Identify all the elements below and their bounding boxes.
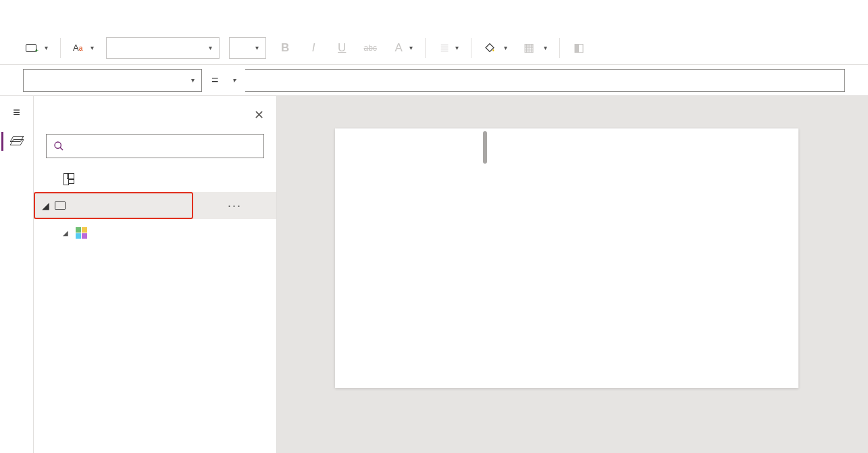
font-color-button[interactable]: A▾ — [389, 39, 415, 57]
border-icon: ▦ — [522, 41, 536, 55]
search-input[interactable] — [46, 134, 264, 158]
order-list — [335, 128, 485, 388]
separator — [559, 38, 560, 58]
font-name-select[interactable]: ▾ — [106, 37, 220, 59]
hamburger-icon[interactable]: ≡ — [13, 105, 20, 120]
layers-icon — [11, 136, 24, 147]
tree-node-screen[interactable]: ◢ ··· — [34, 192, 276, 219]
search-field[interactable] — [70, 141, 257, 151]
tree-node-app[interactable] — [34, 165, 276, 192]
chevron-down-icon: ▾ — [45, 44, 48, 51]
fill-icon — [484, 41, 496, 55]
close-icon[interactable]: ✕ — [254, 108, 264, 122]
underline-icon: U — [335, 41, 349, 55]
theme-icon: Aa — [73, 43, 82, 53]
chevron-down-icon: ▾ — [191, 76, 195, 84]
more-options-button[interactable]: ··· — [193, 192, 276, 219]
separator — [60, 38, 61, 58]
top-menu — [0, 0, 868, 31]
left-rail: ≡ — [0, 96, 34, 453]
strike-button[interactable]: abc — [361, 41, 380, 55]
chevron-down-icon: ▾ — [255, 44, 259, 51]
chevron-down-icon: ▾ — [504, 44, 507, 51]
svg-point-0 — [55, 142, 61, 148]
app-icon — [63, 173, 74, 184]
tree-view-rail-button[interactable] — [1, 132, 32, 151]
device-preview — [335, 128, 798, 388]
new-screen-button[interactable]: + ▾ — [23, 41, 51, 55]
chevron-down-icon: ▾ — [209, 44, 212, 51]
font-size-select[interactable]: ▾ — [229, 37, 266, 59]
border-button[interactable]: ▦ ▾ — [519, 38, 550, 57]
equals-sign: = — [211, 73, 219, 87]
chevron-down-icon: ▾ — [91, 44, 94, 51]
tree-view-panel: ✕ ◢ ··· ◢ — [34, 96, 277, 453]
font-color-icon: A — [392, 41, 405, 55]
ribbon: + ▾ Aa ▾ ▾ ▾ B I U abc A▾ ≣▾ ▾ ▦ ▾ ◧ — [0, 31, 868, 65]
bold-icon: B — [278, 41, 292, 55]
screen-icon: + — [26, 44, 36, 52]
tree-node-gallery[interactable]: ◢ — [34, 219, 276, 246]
bold-button[interactable]: B — [276, 39, 295, 57]
main-area: ≡ ✕ ◢ ··· — [0, 96, 868, 453]
underline-button[interactable]: U — [332, 39, 351, 57]
collapse-icon[interactable]: ◢ — [42, 200, 49, 211]
property-selector[interactable]: ▾ — [23, 69, 202, 92]
canvas[interactable] — [277, 96, 868, 453]
reorder-icon: ◧ — [572, 41, 586, 55]
formula-input[interactable] — [245, 69, 845, 92]
align-icon: ≣ — [438, 41, 451, 55]
fx-button[interactable]: ▾ — [228, 76, 236, 84]
svg-line-1 — [60, 147, 63, 150]
separator — [471, 38, 471, 58]
gallery-icon — [76, 227, 87, 239]
scrollbar[interactable] — [483, 131, 487, 164]
chevron-down-icon: ▾ — [232, 76, 236, 84]
tree: ◢ ··· ◢ — [34, 165, 276, 260]
separator — [425, 38, 426, 58]
italic-icon: I — [307, 41, 320, 55]
screen-icon — [55, 201, 66, 210]
fill-button[interactable]: ▾ — [481, 38, 510, 57]
theme-button[interactable]: Aa ▾ — [70, 40, 97, 55]
strikethrough-icon: abc — [363, 43, 377, 53]
align-button[interactable]: ≣▾ — [435, 38, 461, 57]
italic-button[interactable]: I — [304, 39, 323, 57]
reorder-button[interactable]: ◧ — [569, 38, 592, 57]
collapse-icon[interactable]: ◢ — [61, 229, 70, 237]
formula-bar: ▾ = ▾ — [0, 65, 868, 96]
search-icon — [53, 141, 64, 151]
